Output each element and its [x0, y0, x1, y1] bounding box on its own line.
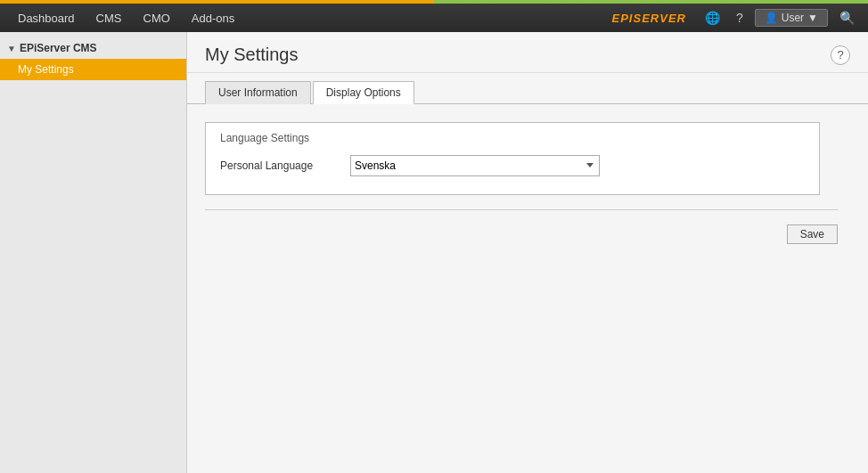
save-area: Save	[205, 224, 838, 244]
tab-display-options[interactable]: Display Options	[313, 81, 414, 104]
search-icon[interactable]: 🔍	[835, 9, 859, 27]
episerver-logo: EPISERVER	[612, 12, 686, 25]
nav-dashboard[interactable]: Dashboard	[9, 8, 84, 29]
save-button[interactable]: Save	[787, 224, 838, 244]
user-dropdown-arrow: ▼	[807, 12, 818, 24]
user-label: User	[782, 12, 804, 24]
logo-epi: EPI	[612, 12, 634, 25]
help-icon-page[interactable]: ?	[831, 45, 850, 65]
logo-server: SERVER	[634, 12, 686, 25]
tab-user-information[interactable]: User Information	[205, 81, 311, 104]
globe-icon[interactable]: 🌐	[700, 9, 725, 27]
sidebar-section-episerver-cms[interactable]: ▼ EPiServer CMS	[0, 37, 186, 59]
user-icon: 👤	[765, 12, 778, 24]
main-layout: ▼ EPiServer CMS My Settings My Settings …	[0, 32, 868, 473]
main-content: My Settings ? User Information Display O…	[187, 32, 868, 473]
help-icon-topbar[interactable]: ?	[732, 9, 748, 27]
page-title: My Settings	[205, 45, 298, 65]
personal-language-row: Personal Language Svenska English Deutsc…	[220, 155, 805, 176]
sidebar-item-my-settings[interactable]: My Settings	[0, 59, 186, 80]
personal-language-select[interactable]: Svenska English Deutsch Français Español	[350, 155, 600, 176]
topbar-right: EPISERVER 🌐 ? 👤 User ▼ 🔍	[612, 9, 859, 27]
tab-bar: User Information Display Options	[187, 73, 868, 104]
main-nav: Dashboard CMS CMO Add-ons	[9, 8, 612, 29]
content-divider	[205, 209, 838, 210]
nav-cms[interactable]: CMS	[87, 8, 131, 29]
language-settings-group: Language Settings Personal Language Sven…	[205, 122, 820, 195]
sidebar-section-label: EPiServer CMS	[20, 42, 97, 54]
page-header: My Settings ?	[187, 32, 868, 73]
personal-language-label: Personal Language	[220, 159, 336, 172]
nav-addons[interactable]: Add-ons	[183, 8, 243, 29]
nav-cmo[interactable]: CMO	[135, 8, 179, 29]
content-area: Language Settings Personal Language Sven…	[187, 104, 868, 473]
topbar: Dashboard CMS CMO Add-ons EPISERVER 🌐 ? …	[0, 4, 868, 32]
fieldset-legend: Language Settings	[217, 132, 805, 144]
user-button[interactable]: 👤 User ▼	[755, 9, 828, 27]
sidebar: ▼ EPiServer CMS My Settings	[0, 32, 187, 473]
sidebar-section-arrow: ▼	[7, 44, 16, 53]
